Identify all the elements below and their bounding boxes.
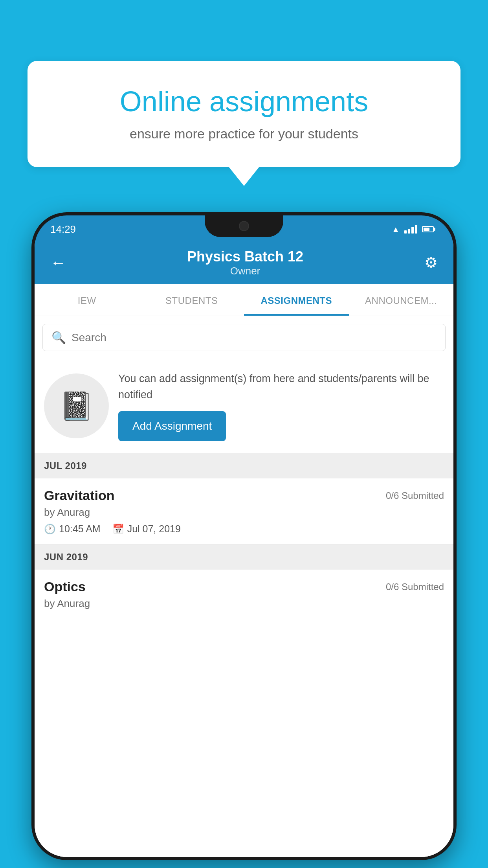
assignment-row1-optics: Optics 0/6 Submitted bbox=[44, 579, 444, 594]
settings-icon[interactable]: ⚙ bbox=[420, 250, 442, 275]
status-icons: ▲ bbox=[392, 225, 434, 234]
front-camera bbox=[239, 221, 249, 231]
search-bar[interactable]: 🔍 bbox=[42, 324, 446, 351]
assignment-submitted-gravitation: 0/6 Submitted bbox=[386, 490, 444, 501]
promo-icon-circle: 📓 bbox=[44, 373, 109, 438]
wifi-icon: ▲ bbox=[392, 225, 400, 234]
tab-assignments[interactable]: ASSIGNMENTS bbox=[244, 284, 349, 316]
app-bar-title-container: Physics Batch 12 Owner bbox=[70, 248, 420, 277]
notebook-icon: 📓 bbox=[59, 390, 94, 422]
assignment-meta-gravitation: 🕐 10:45 AM 📅 Jul 07, 2019 bbox=[44, 523, 444, 535]
app-bar-title: Physics Batch 12 bbox=[70, 248, 420, 265]
promo-text-container: You can add assignment(s) from here and … bbox=[118, 371, 444, 441]
month-label-jul: JUL 2019 bbox=[44, 460, 87, 471]
calendar-icon: 📅 bbox=[112, 524, 124, 535]
assignment-date-text: Jul 07, 2019 bbox=[127, 523, 181, 535]
speech-bubble-subtitle: ensure more practice for your students bbox=[55, 126, 433, 142]
speech-bubble-title: Online assignments bbox=[55, 85, 433, 118]
add-assignment-button[interactable]: Add Assignment bbox=[118, 411, 226, 441]
back-button[interactable]: ← bbox=[46, 250, 70, 276]
promo-text: You can add assignment(s) from here and … bbox=[118, 371, 444, 403]
app-bar-subtitle: Owner bbox=[70, 265, 420, 277]
promo-section: 📓 You can add assignment(s) from here an… bbox=[35, 359, 453, 453]
phone-inner: 14:29 ▲ ← Physics Batch 12 bbox=[35, 215, 453, 857]
screen-content: 🔍 📓 You can add assignment(s) from here … bbox=[35, 316, 453, 857]
tab-students[interactable]: STUDENTS bbox=[139, 284, 244, 316]
phone-frame: 14:29 ▲ ← Physics Batch 12 bbox=[31, 212, 457, 860]
search-container: 🔍 bbox=[35, 316, 453, 359]
assignment-time-gravitation: 🕐 10:45 AM bbox=[44, 523, 101, 535]
phone-screen: ← Physics Batch 12 Owner ⚙ IEW STUDENTS … bbox=[35, 241, 453, 857]
month-header-jun: JUN 2019 bbox=[35, 544, 453, 570]
assignment-time-text: 10:45 AM bbox=[59, 523, 101, 535]
assignment-author-optics: by Anurag bbox=[44, 598, 444, 610]
assignment-submitted-optics: 0/6 Submitted bbox=[386, 581, 444, 592]
month-label-jun: JUN 2019 bbox=[44, 552, 88, 562]
assignment-item-gravitation[interactable]: Gravitation 0/6 Submitted by Anurag 🕐 10… bbox=[35, 478, 453, 544]
tab-announcements[interactable]: ANNOUNCEM... bbox=[349, 284, 454, 316]
tab-iew[interactable]: IEW bbox=[35, 284, 139, 316]
speech-bubble-container: Online assignments ensure more practice … bbox=[28, 61, 460, 167]
assignment-name-gravitation: Gravitation bbox=[44, 488, 114, 503]
month-header-jul: JUL 2019 bbox=[35, 453, 453, 478]
signal-icon bbox=[404, 225, 417, 234]
assignment-item-optics[interactable]: Optics 0/6 Submitted by Anurag bbox=[35, 570, 453, 624]
search-icon: 🔍 bbox=[51, 331, 66, 344]
search-input[interactable] bbox=[72, 331, 437, 344]
app-bar: ← Physics Batch 12 Owner ⚙ bbox=[35, 241, 453, 284]
battery-icon bbox=[422, 226, 434, 232]
speech-bubble: Online assignments ensure more practice … bbox=[28, 61, 460, 167]
assignment-row1: Gravitation 0/6 Submitted bbox=[44, 488, 444, 503]
tabs-container: IEW STUDENTS ASSIGNMENTS ANNOUNCEM... bbox=[35, 284, 453, 316]
clock-icon: 🕐 bbox=[44, 524, 56, 535]
assignment-date-gravitation: 📅 Jul 07, 2019 bbox=[112, 523, 181, 535]
assignment-author-gravitation: by Anurag bbox=[44, 506, 444, 519]
notch bbox=[205, 215, 283, 237]
status-time: 14:29 bbox=[50, 223, 76, 235]
assignment-name-optics: Optics bbox=[44, 579, 86, 594]
